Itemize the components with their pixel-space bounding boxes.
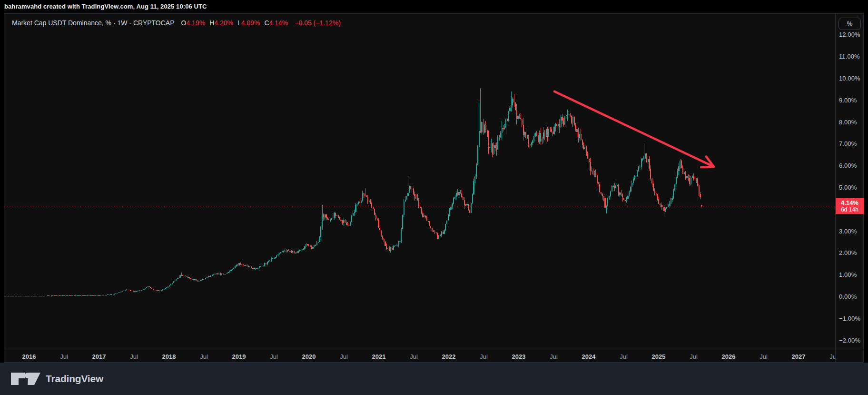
price-tick: 2.00%	[839, 249, 857, 256]
attribution-text: bahramvahd created with TradingView.com,…	[4, 3, 207, 10]
time-tick: 2025	[652, 353, 666, 360]
legend-l-value: L4.09%	[237, 19, 260, 27]
price-tick: −1.00%	[839, 314, 860, 322]
time-tick: Jul	[130, 353, 138, 360]
time-tick: Jul	[270, 353, 278, 360]
time-tick: 2019	[232, 353, 246, 360]
price-tick: 3.00%	[839, 227, 857, 234]
ohlc-values: O4.19%H4.20%L4.09%C4.14%	[181, 19, 288, 27]
time-tick: Jul	[410, 353, 418, 360]
time-tick: 2026	[722, 353, 736, 360]
price-tick: 5.00%	[839, 184, 857, 191]
time-tick: Jul	[200, 353, 208, 360]
time-tick: 2027	[792, 353, 806, 360]
price-tick: 10.00%	[839, 75, 860, 82]
tradingview-mark-icon	[10, 371, 41, 386]
legend-h-value: H4.20%	[209, 19, 233, 27]
price-axis[interactable]: % 12.00%11.00%10.00%9.00%8.00%7.00%6.00%…	[835, 14, 863, 350]
time-tick: 2024	[582, 353, 596, 360]
time-tick: 2022	[442, 353, 456, 360]
time-tick: 2021	[372, 353, 386, 360]
price-tick: 6.00%	[839, 162, 857, 169]
time-tick: Jul	[620, 353, 628, 360]
price-tick: 9.00%	[839, 96, 857, 103]
time-axis[interactable]: 2016Jul2017Jul2018Jul2019Jul2020Jul2021J…	[4, 350, 835, 362]
price-tick: 1.00%	[839, 271, 857, 278]
chart-widget: Market Cap USDT Dominance, % · 1W · CRYP…	[4, 13, 864, 363]
tradingview-logo[interactable]: TradingView	[10, 371, 103, 386]
time-tick: 2018	[162, 353, 176, 360]
price-tick: −2.00%	[839, 336, 860, 344]
footer-bar: TradingView	[0, 363, 868, 395]
legend-c-value: C4.14%	[264, 19, 288, 27]
price-tick: 11.00%	[839, 53, 860, 60]
percent-unit-button[interactable]: %	[838, 18, 861, 30]
price-tick: 0.00%	[839, 293, 857, 300]
last-price-label: 4.14% 6d 14h	[836, 198, 864, 214]
time-tick: 2023	[512, 353, 526, 360]
time-tick: 2017	[92, 353, 106, 360]
candle-series	[4, 88, 702, 296]
price-tick: 12.00%	[839, 31, 860, 38]
chart-legend: Market Cap USDT Dominance, % · 1W · CRYP…	[12, 19, 341, 27]
legend-o-value: O4.19%	[181, 19, 206, 27]
last-price-value: 4.14%	[836, 199, 864, 206]
symbol-title[interactable]: Market Cap USDT Dominance, % · 1W · CRYP…	[12, 19, 175, 27]
time-tick: Jul	[340, 353, 348, 360]
bar-countdown: 6d 14h	[836, 206, 864, 213]
axis-corner	[835, 350, 863, 362]
change-value: −0.05 (−1.12%)	[295, 19, 341, 27]
time-tick: Jul	[829, 353, 835, 360]
time-tick: Jul	[480, 353, 488, 360]
time-tick: Jul	[550, 353, 558, 360]
candlestick-chart[interactable]	[4, 14, 835, 350]
price-tick: 8.00%	[839, 118, 857, 125]
time-tick: Jul	[760, 353, 768, 360]
tradingview-wordmark: TradingView	[46, 373, 103, 385]
time-tick: 2020	[302, 353, 316, 360]
time-tick: Jul	[60, 353, 68, 360]
price-tick: 7.00%	[839, 140, 857, 147]
time-tick: Jul	[690, 353, 698, 360]
time-tick: 2016	[22, 353, 36, 360]
